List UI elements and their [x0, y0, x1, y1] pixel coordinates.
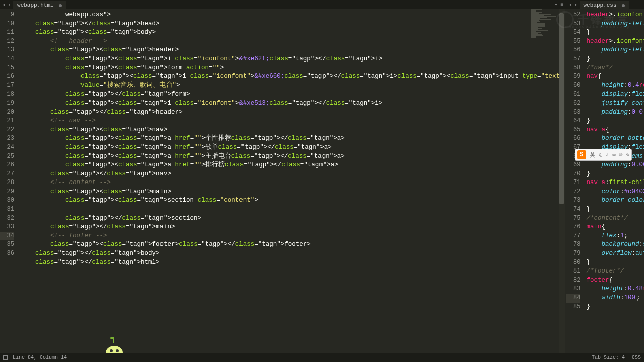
tab-webapp-css[interactable]: webapp.css	[580, 1, 629, 9]
tab-bar-left: ◂ ▸ webapp.html ▾ ≡	[0, 0, 566, 9]
minimap-left[interactable]	[531, 9, 558, 120]
gutter-right: 5253545556575859606162636465666768697071…	[566, 9, 584, 362]
ime-item[interactable]: ☾	[599, 152, 602, 158]
dirty-dot-icon	[622, 4, 625, 7]
status-linecol[interactable]: Line 84, Column 14	[13, 355, 67, 360]
editor-right[interactable]: 5253545556575859606162636465666768697071…	[566, 9, 644, 362]
code-right[interactable]: header>.iconfont:first-child{ padding-le…	[584, 9, 644, 362]
ime-mode[interactable]: 英	[590, 151, 595, 159]
ime-item[interactable]: ♪	[606, 152, 609, 158]
tab-label: webapp.html	[17, 2, 54, 8]
right-pane: ◂ ▸ webapp.css ▾ ≡ 525354555657585960616…	[566, 0, 644, 362]
code-left[interactable]: webapp.css"> class="tagp"></class="tagn"…	[18, 9, 566, 362]
tab-nav-arrows[interactable]: ◂ ▸	[566, 2, 579, 8]
status-lang[interactable]: CSS	[632, 355, 641, 360]
status-bar: Line 84, Column 14 Tab Size: 4 CSS	[0, 353, 644, 362]
scrollbar-left[interactable]	[559, 9, 565, 362]
tab-nav-arrows[interactable]: ◂ ▸	[0, 2, 13, 8]
scroll-thumb[interactable]	[559, 13, 564, 204]
ime-toolbar[interactable]: S 英 ☾ ♪ ⌨ ☺ ✎	[575, 149, 632, 161]
watermark: 千锋教育 www.mobiletrain.org	[556, 11, 630, 28]
pane-menu-icon[interactable]: ▾ ≡	[554, 2, 564, 8]
sogou-icon[interactable]: S	[577, 150, 586, 159]
left-pane: ◂ ▸ webapp.html ▾ ≡ 91011121314151617181…	[0, 0, 566, 362]
tab-label: webapp.css	[584, 2, 617, 8]
editor-split: ◂ ▸ webapp.html ▾ ≡ 91011121314151617181…	[0, 0, 644, 362]
ime-item[interactable]: ✎	[626, 152, 629, 158]
editor-left[interactable]: 9101112131415161718192021222324252627282…	[0, 9, 566, 362]
ime-item[interactable]: ⌨	[612, 152, 616, 158]
watermark-sub: www.mobiletrain.org	[565, 24, 630, 29]
gutter-left: 9101112131415161718192021222324252627282…	[0, 9, 18, 362]
ime-item[interactable]: ☺	[619, 152, 623, 158]
tab-webapp-html[interactable]: webapp.html	[13, 1, 66, 9]
status-tabsize[interactable]: Tab Size: 4	[592, 355, 625, 360]
status-icon[interactable]	[3, 355, 8, 360]
tab-bar-right: ◂ ▸ webapp.css ▾ ≡	[566, 0, 644, 9]
dirty-dot-icon	[59, 4, 62, 7]
